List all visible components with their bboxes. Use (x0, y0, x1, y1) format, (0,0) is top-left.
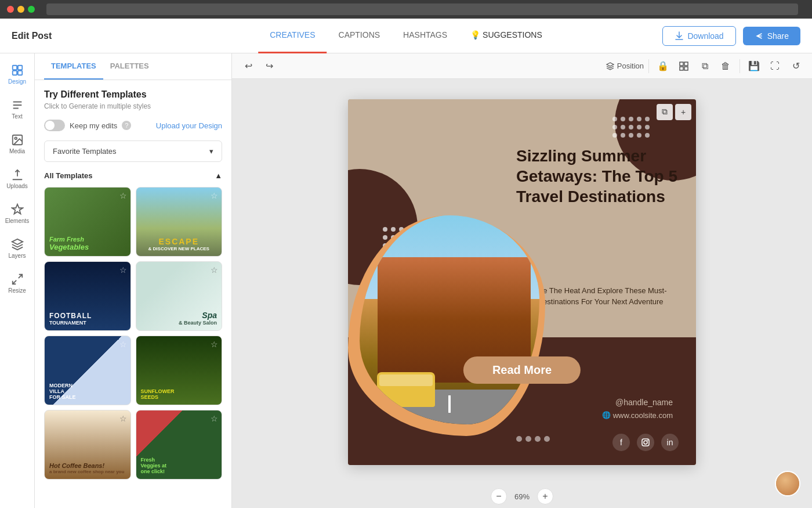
sidebar-item-layers[interactable]: Layers (2, 232, 32, 265)
canvas-scroll[interactable]: Sizzling Summer Getaways: The Top 5 Trav… (232, 79, 812, 485)
zoom-in-button[interactable]: + (537, 488, 553, 505)
lock-button[interactable]: 🔒 (654, 57, 672, 75)
avatar[interactable] (775, 471, 800, 496)
template-grid: Farm Fresh Vegetables ☆ ESCAPE & DISCOVE… (44, 187, 222, 480)
keep-edits-label: Keep my edits (70, 121, 117, 130)
save-button[interactable]: 💾 (745, 57, 763, 75)
share-button[interactable]: Share (743, 27, 800, 45)
copy-button[interactable]: ⧉ (695, 57, 714, 75)
all-templates-header: All Templates ▲ (44, 171, 222, 180)
template-item-6[interactable]: SUNFLOWER SEEDS ☆ (136, 336, 223, 405)
group-button[interactable] (675, 57, 693, 75)
sidebar-item-elements[interactable]: Elements (2, 197, 32, 230)
design-subtitle: Escape The Heat And Explore These Must-S… (522, 285, 679, 308)
uploads-icon (11, 168, 24, 181)
svg-point-12 (647, 439, 648, 441)
zoom-bar: − 69% + (232, 485, 812, 508)
favorite-icon-7[interactable]: ☆ (119, 414, 127, 423)
panel-tab-templates[interactable]: TEMPLATES (44, 53, 103, 80)
delete-button[interactable]: 🗑 (716, 57, 735, 75)
text-icon (11, 99, 24, 111)
favorite-icon-2[interactable]: ☆ (211, 191, 218, 200)
url-bar[interactable] (46, 3, 798, 15)
position-label: Position (606, 62, 644, 71)
toolbar-separator (648, 59, 649, 73)
globe-icon: 🌐 (602, 411, 611, 419)
favorite-icon-4[interactable]: ☆ (211, 265, 218, 275)
upload-design-link[interactable]: Upload your Design (156, 121, 222, 130)
favorite-icon-5[interactable]: ☆ (119, 340, 127, 349)
zoom-out-button[interactable]: − (491, 488, 507, 505)
template-item-8[interactable]: Fresh Veggies at one click! ☆ (136, 410, 223, 480)
linkedin-icon: in (661, 434, 679, 451)
close-dot[interactable] (7, 6, 14, 13)
fullscreen-button[interactable]: ⛶ (766, 57, 784, 75)
design-dots-top (612, 117, 650, 138)
svg-rect-8 (680, 67, 683, 70)
minimize-dot[interactable] (17, 6, 24, 13)
maximize-dot[interactable] (28, 6, 35, 13)
panel-tab-palettes[interactable]: PALETTES (103, 53, 156, 80)
canvas-toolbar: ↩ ↪ Position 🔒 (232, 53, 812, 79)
tab-creatives[interactable]: CREATIVES (258, 19, 327, 53)
nav-tabs: CREATIVES CAPTIONS HASHTAGS SUGGESTIONS (258, 19, 554, 53)
layers-icon (11, 238, 24, 251)
download-button[interactable]: Download (662, 26, 735, 46)
layers-toolbar-icon (606, 62, 615, 71)
canvas-add-button[interactable]: + (675, 104, 691, 120)
keep-edits-toggle[interactable] (44, 120, 65, 131)
svg-point-5 (14, 137, 17, 139)
template-item-7[interactable]: Hot Coffee Beans! a brand new coffee sho… (44, 410, 131, 480)
template-item-3[interactable]: FOOTBALL TOURNAMENT ☆ (44, 261, 131, 331)
share-icon (755, 31, 764, 41)
chevron-up-icon[interactable]: ▲ (215, 171, 222, 180)
favorite-icon-6[interactable]: ☆ (211, 340, 218, 349)
sidebar-item-text[interactable]: Text (2, 93, 32, 125)
van-element (377, 372, 435, 407)
design-social-icons: f in (612, 434, 679, 451)
tab-suggestions[interactable]: SUGGESTIONS (459, 19, 554, 53)
canvas-copy-button[interactable]: ⧉ (657, 104, 673, 120)
panel-tabs: TEMPLATES PALETTES (35, 53, 231, 80)
svg-rect-3 (17, 71, 21, 75)
undo-button[interactable]: ↩ (239, 57, 258, 75)
sidebar-item-media[interactable]: Media (2, 128, 32, 160)
chevron-down-icon: ▾ (209, 147, 213, 156)
sidebar-item-resize[interactable]: Resize (2, 267, 32, 300)
right-toolbar-group: Position 🔒 ⧉ 🗑 💾 ⛶ ↺ (606, 57, 805, 75)
design-cta-button[interactable]: Read More (463, 356, 581, 384)
panel-content: Try Different Templates Click to Generat… (35, 80, 231, 508)
favorite-icon-3[interactable]: ☆ (119, 265, 127, 275)
group-icon (679, 61, 689, 71)
tab-hashtags[interactable]: HASHTAGS (392, 19, 459, 53)
try-templates-subtitle: Click to Generate in multiple styles (44, 102, 222, 110)
app-header: Edit Post CREATIVES CAPTIONS HASHTAGS SU… (0, 19, 812, 53)
favorite-icon-1[interactable]: ☆ (119, 191, 127, 200)
template-item-2[interactable]: ESCAPE & DISCOVER NEW PLACES ☆ (136, 187, 223, 257)
header-actions: Download Share (662, 26, 800, 46)
svg-rect-1 (17, 66, 21, 70)
browser-controls (7, 6, 35, 13)
canvas-float-buttons: ⧉ + (657, 104, 691, 120)
svg-rect-9 (684, 67, 688, 70)
favorite-icon-8[interactable]: ☆ (211, 414, 218, 423)
tab-captions[interactable]: CAPTIONS (327, 19, 392, 53)
template-item-1[interactable]: Farm Fresh Vegetables ☆ (44, 187, 131, 257)
browser-bar (0, 0, 812, 19)
sidebar-item-design[interactable]: Design (2, 58, 32, 91)
template-item-4[interactable]: Spa & Beauty Salon ☆ (136, 261, 223, 331)
redo-button[interactable]: ↪ (260, 57, 278, 75)
design-title: Sizzling Summer Getaways: The Top 5 Trav… (516, 146, 679, 207)
svg-rect-7 (684, 62, 688, 66)
template-item-5[interactable]: MODERN VILLA FOR SALE ☆ (44, 336, 131, 405)
svg-rect-2 (12, 71, 16, 75)
elements-icon (11, 203, 24, 216)
instagram-icon (637, 434, 654, 451)
media-icon (11, 134, 24, 146)
design-photo (360, 215, 539, 424)
reset-button[interactable]: ↺ (786, 57, 805, 75)
download-icon (675, 31, 684, 41)
favorite-templates-dropdown[interactable]: Favorite Templates ▾ (44, 140, 222, 162)
sidebar-item-uploads[interactable]: Uploads (2, 163, 32, 195)
help-icon[interactable]: ? (122, 121, 131, 130)
